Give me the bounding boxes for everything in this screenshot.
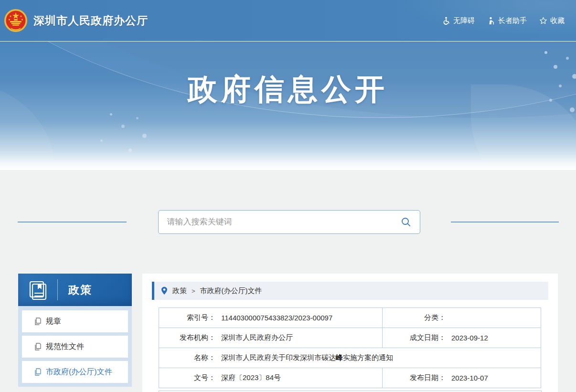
table-row: 名称： 深圳市人民政府关于印发深圳市碳达峰实施方案的通知	[159, 348, 541, 368]
table-row: 发布机构： 深圳市人民政府办公厅 成文日期： 2023-09-12	[159, 328, 541, 348]
document-meta-table: 索引号： 114403000075433823/2023-00097 分类：	[159, 307, 541, 388]
publisher-label: 发布机构：	[159, 333, 215, 342]
page-banner: 政府信息公开	[0, 41, 576, 170]
document-icon	[34, 368, 42, 376]
breadcrumb-current: 市政府(办公厅)文件	[200, 286, 262, 296]
document-detail-panel: 政策 > 市政府(办公厅)文件 索引号： 114403000075433823/…	[142, 274, 558, 392]
doc-number-label: 文号：	[159, 373, 215, 382]
sidebar-policy-nav: 政策 规章 规范性文件	[18, 274, 132, 387]
content-area: 政策 规章 规范性文件	[0, 170, 576, 392]
title-label: 名称：	[159, 353, 215, 362]
search-row	[0, 170, 576, 234]
page-title: 政府信息公开	[0, 69, 576, 109]
publish-date-label: 发布日期：	[383, 373, 446, 382]
breadcrumb: 政策 > 市政府(办公厅)文件	[152, 282, 548, 300]
elder-assistant-label: 长者助手	[498, 16, 527, 25]
search-input[interactable]	[167, 217, 400, 227]
highlighted-keyword: 峰	[336, 353, 343, 361]
document-icon	[34, 343, 42, 350]
decorative-line-left	[18, 222, 127, 222]
sidebar-item-label: 市政府(办公厅)文件	[46, 367, 112, 377]
banner-petal-dots	[544, 51, 547, 54]
sidebar-header-label: 政策	[68, 283, 92, 297]
publisher-value: 深圳市人民政府办公厅	[221, 333, 293, 342]
doc-number-value: 深府〔2023〕84号	[221, 373, 281, 382]
topbar-utility-links: 无障碍 长者助手 收藏	[442, 16, 565, 25]
search-box	[158, 210, 420, 234]
written-date-label: 成文日期：	[383, 333, 446, 342]
location-pin-icon	[161, 286, 168, 295]
table-row: 索引号： 114403000075433823/2023-00097 分类：	[159, 308, 541, 328]
sidebar-item-label: 规章	[46, 317, 61, 327]
site-title: 深圳市人民政府办公厅	[33, 13, 148, 28]
sidebar-items: 规章 规范性文件 市政府(办公厅)文件	[18, 306, 132, 383]
sidebar-item-regulations[interactable]: 规章	[22, 310, 128, 332]
banner-petal-dots	[110, 113, 112, 116]
written-date-value: 2023-09-12	[451, 334, 488, 342]
wheelchair-icon	[442, 17, 450, 25]
table-row: 文号： 深府〔2023〕84号 发布日期： 2023-10-07	[159, 368, 541, 388]
elder-assistant-link[interactable]: 长者助手	[487, 16, 527, 25]
accessibility-label: 无障碍	[453, 16, 475, 25]
book-icon	[27, 279, 49, 301]
elder-icon	[487, 17, 495, 25]
sidebar-header: 政策	[18, 274, 132, 306]
category-label: 分类：	[383, 313, 446, 322]
search-icon	[401, 217, 411, 227]
sidebar-item-municipal-government-documents[interactable]: 市政府(办公厅)文件	[22, 361, 128, 383]
document-icon	[34, 318, 42, 325]
favorite-label: 收藏	[550, 16, 565, 25]
sidebar-header-divider	[57, 279, 58, 300]
star-icon	[539, 17, 547, 25]
title-value: 深圳市人民政府关于印发深圳市碳达峰实施方案的通知	[221, 353, 393, 362]
index-number-value: 114403000075433823/2023-00097	[221, 314, 332, 322]
breadcrumb-separator: >	[192, 287, 195, 295]
index-number-label: 索引号：	[159, 313, 215, 322]
sidebar-item-label: 规范性文件	[46, 342, 84, 352]
national-emblem-logo	[4, 9, 28, 32]
main-row: 政策 规章 规范性文件	[0, 274, 576, 392]
sidebar-item-normative-documents[interactable]: 规范性文件	[22, 336, 128, 358]
decorative-line-right	[451, 222, 559, 222]
search-button[interactable]	[400, 216, 412, 228]
top-header-bar: 深圳市人民政府办公厅 无障碍 长者助手 收藏	[0, 0, 576, 41]
favorite-link[interactable]: 收藏	[539, 16, 565, 25]
accessibility-link[interactable]: 无障碍	[442, 16, 475, 25]
breadcrumb-root-link[interactable]: 政策	[172, 286, 187, 296]
publish-date-value: 2023-10-07	[451, 374, 488, 382]
